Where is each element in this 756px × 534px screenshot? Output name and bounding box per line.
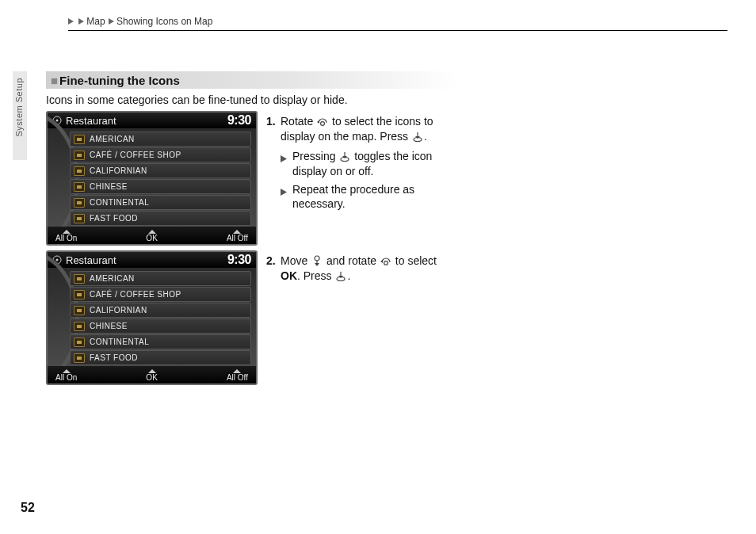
svg-marker-1	[78, 18, 84, 25]
svg-marker-19	[315, 263, 319, 266]
divider	[68, 30, 727, 31]
list-item: FAST FOOD	[70, 350, 251, 365]
side-tab: System Setup	[13, 71, 27, 160]
list-item: FAST FOOD	[70, 211, 251, 226]
restaurant-icon	[74, 214, 85, 223]
list-item: AMERICAN	[70, 271, 251, 286]
svg-point-6	[56, 259, 59, 261]
nav-screenshot: Restaurant 9:30 AMERICAN CAFÉ / COFFEE S…	[46, 111, 258, 246]
breadcrumb: Map Showing Icons on Map	[68, 16, 212, 28]
list-item: CONTINENTAL	[70, 195, 251, 210]
restaurant-icon	[74, 290, 85, 299]
intro-text: Icons in some categories can be fine-tun…	[46, 93, 348, 106]
list-item: AMERICAN	[70, 132, 251, 147]
list-item: CALIFORNIAN	[70, 163, 251, 178]
page-number: 52	[21, 501, 35, 515]
footer-button: OK	[146, 369, 157, 382]
footer-button: OK	[146, 230, 157, 242]
breadcrumb-seg: Map	[86, 16, 105, 27]
svg-marker-12	[281, 155, 287, 162]
press-button-icon	[334, 270, 347, 282]
svg-marker-7	[317, 120, 319, 124]
restaurant-icon	[74, 166, 85, 176]
svg-marker-0	[68, 18, 74, 25]
restaurant-icon	[74, 338, 85, 347]
svg-marker-16	[281, 189, 287, 196]
arrow-icon	[78, 16, 85, 27]
arrow-icon	[109, 16, 115, 27]
press-button-icon	[411, 131, 424, 143]
list-item: CALIFORNIAN	[70, 303, 251, 318]
step-1: 1. Rotate to select the icons to display…	[266, 114, 456, 144]
restaurant-icon	[74, 151, 85, 160]
restaurant-icon	[74, 198, 85, 208]
breadcrumb-seg: Showing Icons on Map	[116, 16, 212, 27]
side-tab-label: System Setup	[14, 78, 24, 136]
svg-marker-20	[380, 260, 383, 263]
restaurant-icon	[74, 322, 85, 331]
step-2: 2. Move and rotate to select OK. Press .	[266, 254, 456, 284]
svg-point-4	[56, 120, 59, 122]
square-bullet-icon: ■	[51, 74, 58, 87]
screen-time: 9:30	[227, 253, 251, 267]
move-joystick-icon	[311, 255, 323, 267]
section-title: Fine-tuning the Icons	[59, 74, 180, 87]
footer-button: All Off	[227, 230, 248, 242]
svg-marker-2	[109, 18, 114, 25]
rotate-dial-icon	[316, 116, 329, 128]
footer-button: All Off	[227, 369, 248, 382]
list-item: CHINESE	[70, 179, 251, 194]
rotate-dial-icon	[380, 255, 392, 267]
svg-point-21	[384, 261, 388, 265]
screen-time: 9:30	[227, 113, 251, 128]
footer-button: All On	[55, 369, 77, 382]
press-button-icon	[338, 151, 351, 162]
list-item: CAFÉ / COFFEE SHOP	[70, 147, 251, 162]
restaurant-icon	[74, 182, 85, 192]
ok-label: OK	[281, 269, 297, 282]
list-item: CHINESE	[70, 318, 251, 334]
sub-bullet: Repeat the procedure as necessary.	[281, 182, 456, 212]
svg-point-8	[321, 122, 325, 126]
svg-point-17	[315, 256, 319, 261]
arrow-icon	[281, 185, 288, 212]
restaurant-icon	[74, 135, 85, 144]
nav-screenshot: Restaurant 9:30 AMERICAN CAFÉ / COFFEE S…	[46, 250, 258, 385]
footer-button: All On	[55, 230, 77, 242]
arrow-icon	[68, 16, 74, 27]
screen-title: Restaurant	[66, 254, 116, 266]
section-heading: ■ Fine-tuning the Icons	[46, 71, 458, 89]
list-item: CAFÉ / COFFEE SHOP	[70, 287, 251, 302]
sub-bullet: Pressing toggles the icon display on or …	[281, 149, 456, 179]
arrow-icon	[281, 151, 288, 179]
restaurant-icon	[74, 306, 85, 315]
screen-title: Restaurant	[66, 115, 116, 127]
list-item: CONTINENTAL	[70, 334, 251, 349]
restaurant-icon	[74, 274, 85, 284]
restaurant-icon	[74, 353, 85, 363]
